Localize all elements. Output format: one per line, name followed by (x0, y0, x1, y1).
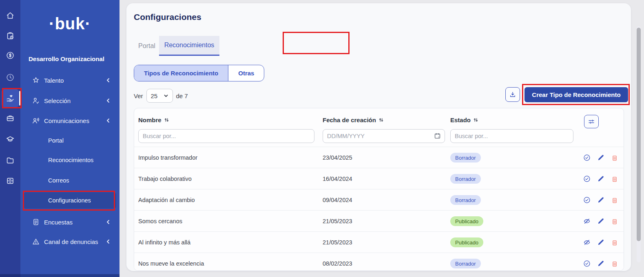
row-actions (583, 189, 619, 211)
chevron-left-icon (106, 78, 111, 83)
sidebar-subitem-portal[interactable]: Portal (24, 132, 116, 149)
table-row[interactable]: Nos mueve la excelencia 08/02/2023 Borra… (134, 253, 624, 271)
edit-pencil-icon[interactable] (597, 196, 605, 204)
sort-icon (473, 117, 478, 123)
delete-trash-icon[interactable] (611, 259, 619, 268)
status-badge: Borrador (450, 153, 481, 163)
content-card: Configuraciones Portal Reconocimientos T… (126, 3, 631, 271)
clock-icon[interactable] (2, 68, 19, 86)
chevron-left-icon (106, 220, 111, 224)
tab-label: Reconocimientos (164, 42, 215, 49)
tab-reconocimientos[interactable]: Reconocimientos (159, 36, 219, 56)
sidebar-subitem-label: Correos (48, 177, 69, 184)
row-nombre: Somos cercanos (138, 211, 182, 232)
column-header-fecha[interactable]: Fecha de creación (323, 117, 384, 123)
row-fecha: 23/04/2025 (323, 147, 352, 168)
table-row[interactable]: Trabajo colaborativo 16/04/2024 Borrador (134, 168, 624, 189)
row-fecha: 21/05/2023 (323, 232, 352, 253)
edit-pencil-icon[interactable] (597, 238, 605, 246)
graduation-cap-icon[interactable] (2, 130, 19, 148)
row-nombre: Trabajo colaborativo (138, 168, 192, 189)
pagination-row: Ver 25 de 7 (134, 87, 188, 104)
buk-logo: ·buk· (20, 15, 120, 33)
table-row[interactable]: Somos cercanos 21/05/2023 Publicado (134, 210, 624, 231)
table-row[interactable]: Al infinito y más allá 21/05/2023 Public… (134, 231, 624, 253)
archive-icon[interactable] (2, 172, 19, 190)
edit-pencil-icon[interactable] (597, 175, 605, 183)
sidebar-subitem-correos[interactable]: Correos (24, 172, 116, 189)
hand-heart-icon[interactable] (2, 89, 19, 107)
segment-otras[interactable]: Otras (228, 65, 264, 81)
filter-input-estado[interactable] (450, 129, 573, 143)
segment-tipos-de-reconocimiento[interactable]: Tipos de Reconocimiento (134, 65, 228, 81)
create-tipo-reconocimiento-button[interactable]: Crear Tipo de Reconocimiento (524, 87, 628, 102)
briefcase-icon[interactable] (2, 109, 19, 127)
row-actions (583, 253, 619, 271)
page-title: Configuraciones (134, 12, 201, 22)
column-settings-button[interactable] (584, 115, 599, 128)
row-fecha: 16/04/2024 (323, 168, 352, 189)
download-icon (509, 91, 516, 98)
delete-trash-icon[interactable] (611, 217, 619, 225)
sidebar-item-label: Canal de denuncias (44, 238, 98, 245)
publish-check-icon[interactable] (583, 259, 591, 268)
column-header-estado[interactable]: Estado (450, 117, 478, 123)
sidebar-item-label: Talento (44, 77, 64, 84)
publish-check-icon[interactable] (583, 154, 591, 162)
sidebar-item-comunicaciones[interactable]: Comunicaciones (24, 112, 116, 129)
table-row[interactable]: Impulso transformador 23/04/2025 Borrado… (134, 147, 624, 168)
tab-label: Portal (138, 42, 155, 50)
ver-label: Ver (134, 92, 143, 99)
publish-check-icon[interactable] (583, 175, 591, 183)
sidebar-item-seleccion[interactable]: Selección (24, 92, 116, 109)
sidebar-item-label: Selección (44, 97, 71, 104)
delete-trash-icon[interactable] (611, 175, 619, 183)
chevron-down-icon (164, 93, 168, 98)
chevron-left-icon (106, 118, 111, 123)
column-header-nombre[interactable]: Nombre (138, 117, 169, 123)
status-badge: Borrador (450, 174, 481, 184)
dollar-circle-icon[interactable] (2, 46, 19, 64)
status-badge: Publicado (450, 237, 483, 247)
edit-pencil-icon[interactable] (597, 259, 605, 268)
edit-pencil-icon[interactable] (597, 217, 605, 225)
sidebar-item-talento[interactable]: Talento (24, 72, 116, 88)
folder-icon[interactable] (2, 152, 19, 169)
chevron-left-icon (106, 98, 111, 103)
sidebar-item-encuestas[interactable]: Encuestas (24, 214, 116, 230)
publish-check-icon[interactable] (583, 196, 591, 204)
clipboard-clock-icon[interactable] (2, 27, 19, 45)
page-scrollbar-thumb[interactable] (637, 28, 641, 241)
document-icon (32, 218, 40, 226)
row-actions (583, 168, 619, 189)
tab-portal[interactable]: Portal (135, 36, 158, 56)
delete-trash-icon[interactable] (611, 238, 619, 246)
sidebar-subitem-configuraciones[interactable]: Configuraciones (24, 192, 116, 209)
delete-trash-icon[interactable] (611, 196, 619, 204)
segmented-control: Tipos de Reconocimiento Otras (134, 65, 264, 81)
download-button[interactable] (505, 87, 520, 102)
sidebar-subitem-label: Reconocimientos (48, 157, 93, 163)
person-check-icon (32, 97, 40, 105)
eye-off-icon[interactable] (583, 238, 591, 246)
delete-trash-icon[interactable] (611, 154, 619, 162)
filter-input-fecha[interactable] (323, 129, 445, 143)
sidebar-item-canal-denuncias[interactable]: Canal de denuncias (24, 233, 116, 250)
sidebar-section-title: Desarrollo Organizacional (29, 55, 104, 62)
segment-label: Tipos de Reconocimiento (144, 70, 218, 77)
filter-input-nombre[interactable] (138, 129, 314, 143)
home-icon[interactable] (2, 7, 19, 24)
eye-off-icon[interactable] (583, 217, 591, 225)
row-fecha: 21/05/2023 (323, 211, 352, 232)
sidebar: ·buk· Desarrollo Organizacional Talento … (20, 0, 120, 277)
filter-date-wrap (323, 129, 445, 143)
page-size-select[interactable]: 25 (146, 89, 173, 103)
total-label: de 7 (176, 92, 188, 99)
status-badge: Borrador (450, 195, 481, 205)
edit-pencil-icon[interactable] (597, 154, 605, 162)
person-speaking-icon (32, 117, 40, 125)
status-badge: Borrador (450, 259, 481, 268)
sidebar-subitem-reconocimientos[interactable]: Reconocimientos (24, 152, 116, 168)
table-row[interactable]: Adaptación al cambio 09/04/2024 Borrador (134, 189, 624, 210)
calendar-icon (434, 132, 441, 140)
